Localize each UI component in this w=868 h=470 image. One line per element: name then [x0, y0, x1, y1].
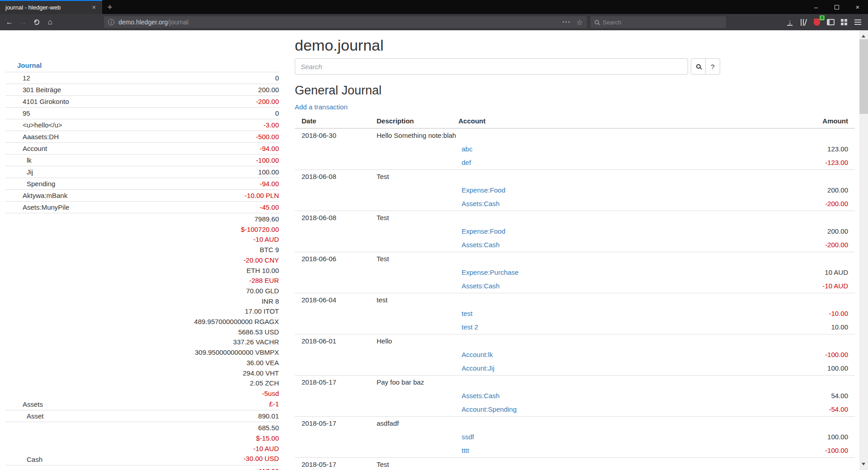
journal-search-button[interactable] — [691, 58, 706, 75]
download-icon: ↓ — [787, 19, 793, 26]
sidebar-account-balance: -94.00 — [123, 143, 279, 155]
window-close-button[interactable]: × — [847, 0, 868, 14]
posting-account-link[interactable]: test — [462, 310, 472, 317]
posting-account-link[interactable]: def — [462, 159, 471, 166]
page-content: Journal 120301 Beiträge200.004101 Giroko… — [0, 30, 868, 470]
transaction-date: 2018-05-17 — [295, 458, 370, 470]
add-transaction-link[interactable]: Add a transaction — [295, 103, 348, 111]
posting-account-link[interactable]: Assets:Cash — [462, 241, 500, 249]
downloads-button[interactable]: ↓ — [783, 15, 797, 29]
sidebar-toggle-button[interactable] — [824, 15, 837, 29]
sidebar-account-link[interactable]: 301 Beiträge — [23, 86, 61, 94]
posting-account-link[interactable]: ssdf — [462, 433, 474, 441]
home-button[interactable]: ⌂ — [43, 15, 57, 29]
reload-button[interactable] — [30, 15, 43, 29]
sidebar-account-link[interactable]: Cash — [27, 456, 42, 463]
browser-tab[interactable]: journal - hledger-web × — [0, 0, 102, 14]
posting-account-link[interactable]: Assets:Cash — [462, 282, 500, 290]
sidebar-account-balance: 685.50$-15.00-10 AUD-30.00 USD — [123, 422, 279, 465]
browser-search-bar[interactable]: Search — [590, 16, 726, 28]
sidebar-account-row: Asets:MunyPile-45.00 — [5, 202, 279, 213]
maximize-icon — [835, 5, 839, 9]
posting-account-link[interactable]: Expense:Food — [462, 227, 505, 235]
posting-row: Assets:Cash-200.00 — [295, 197, 855, 211]
sidebar-account-row: Account-94.00 — [5, 143, 279, 155]
sidebar-account-link[interactable]: Aktywa:mBank — [23, 192, 67, 199]
forward-button[interactable]: → — [16, 15, 30, 29]
posting-account-link[interactable]: Account:lk — [462, 351, 493, 358]
site-info-icon[interactable]: i — [108, 19, 114, 25]
sidebar-account-row: 950 — [5, 108, 279, 119]
sidebar-account-row: Aaasets:DH-500.00 — [5, 131, 279, 143]
transaction-row: 2018-06-08Test — [295, 170, 855, 184]
bookmark-star-icon[interactable]: ☆ — [576, 18, 583, 27]
posting-account-link[interactable]: Expense:Food — [462, 186, 505, 194]
header-amount: Amount — [746, 114, 855, 128]
sidebar-account-balance: 0 — [123, 108, 279, 119]
sidebar-account-link[interactable]: Asset — [27, 412, 44, 420]
sidebar-account-link[interactable]: 12 — [23, 74, 30, 82]
posting-account-link[interactable]: abc — [462, 145, 472, 153]
transaction-date: 2018-06-30 — [295, 128, 370, 142]
posting-account-link[interactable]: Assets:Cash — [462, 392, 500, 400]
page-actions-icon[interactable]: ··· — [562, 18, 571, 26]
posting-amount: 200.00 — [746, 225, 855, 238]
back-button[interactable]: ← — [3, 15, 16, 29]
sidebar-account-link[interactable]: lk — [27, 156, 32, 164]
sidebar-account-row: Assets7989.60$-100720.00-10 AUDBTC 9-20.… — [5, 213, 279, 410]
transaction-description: Test — [370, 211, 855, 225]
posting-account-link[interactable]: test 2 — [462, 323, 478, 331]
transaction-date: 2018-06-04 — [295, 293, 370, 307]
posting-row: tttt-100.00 — [295, 444, 855, 458]
browser-search-placeholder: Search — [603, 19, 621, 26]
sidebar-account-link[interactable]: <u>hello</u> — [23, 121, 62, 129]
url-path: /journal — [168, 19, 189, 26]
scrollbar-thumb[interactable] — [859, 39, 868, 114]
extension-button[interactable]: 0 — [810, 15, 824, 29]
accounts-table: 120301 Beiträge200.004101 Girokonto-200.… — [5, 72, 279, 470]
menu-button[interactable] — [851, 15, 864, 29]
sidebar-account-balance: -200.00 — [123, 96, 279, 108]
search-help-button[interactable]: ? — [705, 58, 720, 75]
sidebar-account-link[interactable]: Account — [23, 145, 47, 152]
posting-amount: -54.00 — [746, 403, 855, 417]
new-tab-button[interactable]: + — [102, 0, 118, 14]
transaction-date: 2018-06-08 — [295, 170, 370, 184]
window-minimize-button[interactable]: – — [806, 0, 826, 14]
reload-icon — [34, 19, 39, 25]
transaction-date: 2018-06-08 — [295, 211, 370, 225]
posting-amount: -10.00 — [746, 307, 855, 320]
library-button[interactable] — [797, 15, 810, 29]
scrollbar-down-arrow-icon[interactable] — [862, 463, 865, 467]
posting-account-link[interactable]: tttt — [462, 446, 469, 454]
posting-row: Expense:Purchase10 AUD — [295, 266, 855, 279]
posting-account-link[interactable]: Account:Jij — [462, 364, 495, 372]
sidebar-account-link[interactable]: Spending — [27, 180, 55, 188]
sidebar-journal-link[interactable]: Journal — [5, 60, 279, 72]
sidebar-account-link[interactable]: 4101 Girokonto — [23, 98, 69, 105]
window-maximize-button[interactable] — [826, 0, 847, 14]
url-domain: demo.hledger.org — [118, 19, 168, 26]
sidebar-account-link[interactable]: Assets — [23, 400, 43, 408]
sidebar-account-link[interactable]: 95 — [23, 109, 30, 117]
sidebar-account-link[interactable]: Asets:MunyPile — [23, 203, 69, 211]
sidebar-account-link[interactable]: Aaasets:DH — [23, 133, 59, 141]
apps-button[interactable] — [837, 15, 851, 29]
posting-amount: 10 AUD — [746, 266, 855, 279]
posting-account-link[interactable]: Expense:Purchase — [462, 268, 519, 276]
transaction-row: 2018-05-17Pay foo bar baz — [295, 376, 855, 390]
transaction-description: Test — [370, 458, 855, 470]
sidebar-account-row: Spending-94.00 — [5, 178, 279, 190]
sidebar-account-balance: -117.00 — [123, 465, 279, 470]
transaction-row: 2018-05-17Test — [295, 458, 855, 470]
tab-close-icon[interactable]: × — [90, 3, 99, 12]
posting-account-link[interactable]: Assets:Cash — [462, 200, 500, 207]
journal-search-input[interactable] — [295, 58, 688, 75]
url-bar[interactable]: i demo.hledger.org /journal ··· ☆ — [104, 16, 587, 28]
posting-account-link[interactable]: Account:Spending — [462, 405, 517, 413]
sidebar-account-link[interactable]: Jij — [27, 168, 33, 176]
posting-amount: 100.00 — [746, 362, 855, 376]
page-scrollbar[interactable] — [859, 30, 868, 470]
main-panel: demo.journal ? General Journal Add a tra… — [295, 30, 855, 470]
scrollbar-up-arrow-icon[interactable] — [862, 33, 865, 38]
